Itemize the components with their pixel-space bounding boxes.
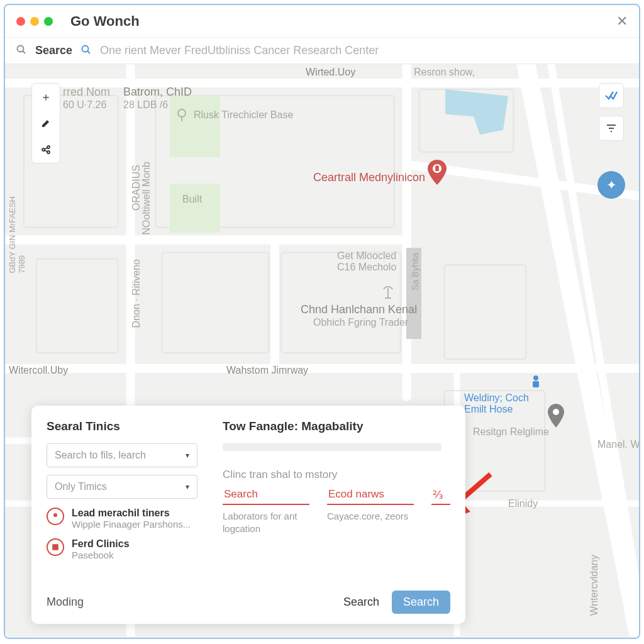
- search-field-1[interactable]: [223, 485, 309, 505]
- search-field-2[interactable]: [327, 485, 414, 505]
- antenna-icon: [381, 286, 395, 299]
- footer-mode-label: Moding: [47, 596, 84, 609]
- map-label: rred Nom: [63, 86, 110, 99]
- chevron-down-icon: ▾: [186, 451, 189, 460]
- map-label: Rlusk Tirechicler Base: [194, 109, 293, 121]
- park-block: [170, 184, 220, 233]
- map-label: Built: [182, 194, 202, 205]
- person-marker-icon[interactable]: [530, 375, 542, 389]
- search-panel: Searal Tinics Search to fils, learch ▾ O…: [31, 406, 465, 624]
- field-helper: Laborators for ant logcation: [223, 510, 309, 535]
- svg-point-32: [53, 513, 57, 517]
- svg-rect-22: [533, 381, 539, 387]
- field-helper: Cayace.core, zeors: [327, 510, 414, 523]
- map-pin-icon[interactable]: [428, 160, 447, 185]
- map-label: Get Mloocled: [337, 250, 396, 262]
- chevron-down-icon: ▾: [186, 482, 189, 491]
- maximize-dot[interactable]: [44, 17, 53, 26]
- svg-point-24: [42, 148, 45, 151]
- close-dot[interactable]: [16, 17, 25, 26]
- svg-line-27: [45, 148, 47, 149]
- street-label: GBdY GIN MrFAESH 7989: [8, 196, 26, 274]
- svg-line-28: [45, 150, 47, 152]
- street-label: Manel. W: [597, 439, 640, 450]
- list-item[interactable]: Ferd Clinics Pasebook: [47, 538, 197, 560]
- map-label: C16 Mecholo: [337, 262, 396, 273]
- map-label: Wirted.Uoy: [306, 67, 355, 78]
- search-bar: Searce One rient Mever FredUtbliniss Can…: [5, 38, 639, 64]
- map-label: Resitgn Relglime: [473, 426, 549, 438]
- svg-point-26: [47, 151, 50, 153]
- close-icon[interactable]: ✕: [616, 13, 628, 30]
- traffic-lights: [16, 17, 53, 26]
- filter-select-1[interactable]: Search to fils, learch ▾: [47, 443, 197, 467]
- search-label: Searce: [35, 44, 72, 57]
- park-block: [170, 96, 220, 157]
- filter-select-2[interactable]: Only Timics ▾: [47, 475, 197, 499]
- filter-icon[interactable]: [599, 116, 624, 141]
- street-label: Sa Byhita: [410, 253, 420, 291]
- svg-line-3: [88, 51, 91, 53]
- minimize-dot[interactable]: [30, 17, 39, 26]
- tree-icon: [175, 108, 189, 122]
- street-label: NOoltiwell Monb: [141, 162, 152, 235]
- svg-point-21: [533, 375, 538, 380]
- map-canvas[interactable]: rred Nom 60 U·7.26 Batrom, ChID 28 LDB /…: [5, 64, 639, 638]
- svg-rect-33: [53, 545, 58, 550]
- svg-point-25: [47, 146, 50, 148]
- svg-line-1: [23, 51, 26, 53]
- map-pin-icon[interactable]: [547, 404, 565, 428]
- svg-point-20: [553, 409, 559, 415]
- window-title: Go Wonch: [70, 13, 140, 30]
- map-label: Chnd Hanlchann Kenal: [301, 303, 417, 316]
- map-toolbar-left: ＋: [31, 83, 60, 164]
- pin-icon: [47, 508, 64, 525]
- search-button-primary[interactable]: Search: [392, 591, 450, 614]
- svg-rect-19: [435, 169, 439, 171]
- map-label: Batrom, ChID: [123, 86, 192, 99]
- map-label: 28 LDB /6: [123, 99, 168, 111]
- map-toolbar-right: ✦: [597, 83, 625, 199]
- svg-point-13: [178, 109, 186, 117]
- progress-bar: [223, 443, 441, 451]
- item-subtitle: Wipple Finaager Parshons...: [72, 519, 191, 530]
- item-title: Ferd Clinics: [72, 538, 130, 550]
- map-label: Obhich Fgring Trader: [313, 317, 408, 328]
- window-frame: Go Wonch ✕ Searce One rient Mever FredUt…: [4, 4, 640, 639]
- svg-point-0: [18, 45, 24, 52]
- add-icon[interactable]: ＋: [32, 84, 60, 110]
- panel-right-title: Tow Fanagle: Magabality: [223, 419, 450, 433]
- street-label: Wahstom Jimrway: [226, 365, 308, 376]
- list-item[interactable]: Lead merachil tiners Wipple Finaager Par…: [47, 508, 197, 530]
- search-icon-blue: [81, 45, 91, 57]
- panel-left-title: Searal Tinics: [47, 419, 197, 433]
- street-label: Dnon · Ritiveno: [131, 259, 142, 328]
- map-label: Resron show,: [414, 67, 475, 78]
- add-fab[interactable]: ✦: [597, 171, 625, 199]
- book-icon: [47, 538, 64, 556]
- map-poi-label: Ceartrall Mednylinicon: [313, 171, 425, 184]
- map-label: 60 U·7.26: [63, 99, 106, 111]
- edit-icon[interactable]: [32, 110, 60, 136]
- item-subtitle: Pasebook: [72, 550, 130, 560]
- search-input[interactable]: One rient Mever FredUtbliniss Cancer Res…: [100, 44, 379, 57]
- share-icon[interactable]: [32, 136, 60, 163]
- item-title: Lead merachil tiners: [72, 508, 191, 519]
- map-poi-label: Emilt Hose: [464, 404, 513, 415]
- field-group-label: Clinc tran shal to mstory: [223, 469, 450, 481]
- titlebar: Go Wonch ✕: [5, 5, 639, 38]
- street-label: Elinidy: [508, 498, 538, 509]
- search-icon: [16, 45, 26, 57]
- small-field[interactable]: [431, 485, 450, 505]
- svg-point-2: [82, 45, 89, 52]
- search-button-plain[interactable]: Search: [343, 596, 379, 609]
- check-icon[interactable]: [599, 83, 624, 108]
- street-label: Witercoll.Uby: [9, 365, 68, 376]
- map-poi-label: Weldiny; Coch: [464, 392, 529, 404]
- street-label: Wntercvldany: [589, 555, 600, 616]
